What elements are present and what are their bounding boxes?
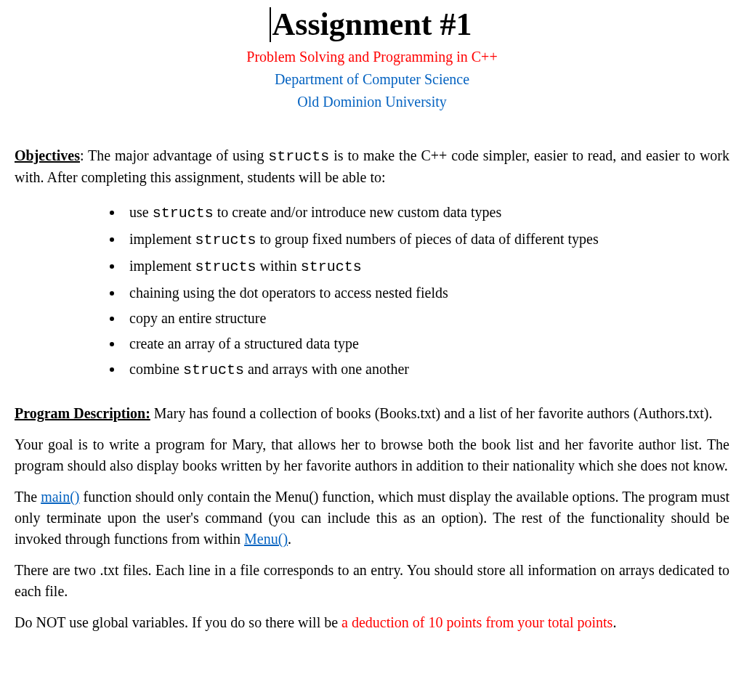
list-text: and arrays with one another [244, 361, 409, 377]
list-text: chaining using the dot operators to acce… [129, 285, 448, 301]
list-text: combine [129, 361, 183, 377]
list-text: to group fixed numbers of pieces of data… [256, 231, 599, 247]
objectives-paragraph: Objectives: The major advantage of using… [15, 145, 729, 188]
objectives-list: use structs to create and/or introduce n… [15, 201, 729, 381]
list-item: create an array of a structured data typ… [124, 333, 729, 354]
list-text: implement [129, 258, 195, 274]
list-text: to create and/or introduce new custom da… [214, 204, 502, 220]
department-subtitle: Department of Computer Science [15, 69, 729, 90]
body-text: . [288, 531, 291, 547]
title-block: Assignment #1 Problem Solving and Progra… [15, 7, 729, 113]
list-item: copy an entire structure [124, 307, 729, 329]
body-text: Do NOT use global variables. If you do s… [15, 614, 341, 630]
document-page: Assignment #1 Problem Solving and Progra… [0, 0, 744, 658]
list-text: create an array of a structured data typ… [129, 335, 359, 351]
list-item: use structs to create and/or introduce n… [124, 201, 729, 224]
program-description-p3: The main() function should only contain … [15, 487, 729, 550]
list-item: chaining using the dot operators to acce… [124, 282, 729, 304]
code-text: structs [153, 205, 214, 221]
course-subtitle: Problem Solving and Programming in C++ [15, 46, 729, 68]
program-description-p1: Program Description: Mary has found a co… [15, 403, 729, 424]
program-description-p2: Your goal is to write a program for Mary… [15, 434, 729, 476]
list-text: copy an entire structure [129, 310, 266, 326]
body-text: Your goal is to write a program for Mary… [15, 436, 729, 473]
list-text: within [256, 258, 301, 274]
body-text: Mary has found a collection of books (Bo… [150, 405, 713, 421]
main-link[interactable]: main() [41, 489, 79, 505]
code-text: structs [268, 148, 329, 165]
code-text: structs [183, 362, 244, 378]
code-text: structs [195, 259, 256, 275]
university-subtitle: Old Dominion University [15, 91, 729, 113]
assignment-title: Assignment #1 [272, 7, 472, 42]
program-description-label: Program Description: [15, 405, 150, 421]
code-text: structs [195, 232, 256, 248]
program-description-p4: There are two .txt files. Each line in a… [15, 560, 729, 602]
list-text: use [129, 204, 153, 220]
list-text: implement [129, 231, 195, 247]
code-text: structs [301, 259, 362, 275]
list-item: implement structs to group fixed numbers… [124, 228, 729, 251]
list-item: combine structs and arrays with one anot… [124, 358, 729, 381]
body-text: There are two .txt files. Each line in a… [15, 562, 729, 599]
program-description-p5: Do NOT use global variables. If you do s… [15, 612, 729, 633]
body-text: The [15, 489, 41, 505]
objectives-intro-a: : The major advantage of using [80, 147, 268, 163]
text-cursor-icon [270, 7, 271, 42]
objectives-label: Objectives [15, 147, 80, 163]
body-text: function should only contain the Menu() … [15, 489, 729, 547]
title-line: Assignment #1 [272, 7, 472, 42]
body-text: . [612, 614, 616, 630]
list-item: implement structs within structs [124, 255, 729, 278]
menu-link[interactable]: Menu() [244, 531, 288, 547]
warning-text: a deduction of 10 points from your total… [341, 614, 612, 630]
